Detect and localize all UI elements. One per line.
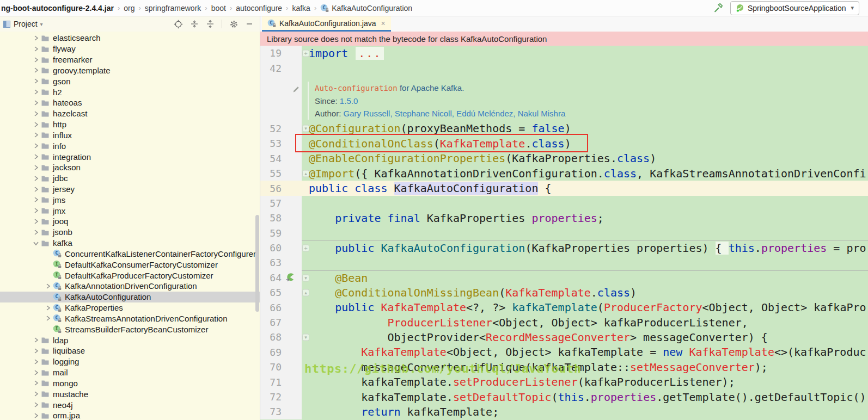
tree-chevron-right-icon[interactable] bbox=[32, 164, 40, 171]
editor-gutter[interactable]: 59 bbox=[260, 226, 302, 240]
settings-gear-icon[interactable] bbox=[229, 20, 239, 29]
code-line-content[interactable]: return kafkaTemplate; bbox=[302, 404, 868, 419]
tree-chevron-right-icon[interactable] bbox=[32, 88, 40, 96]
code-line-57[interactable]: 57 bbox=[260, 196, 868, 211]
fold-marker-icon[interactable]: ▴ bbox=[302, 289, 309, 296]
editor-gutter[interactable]: 71 bbox=[260, 374, 302, 389]
locate-file-icon[interactable] bbox=[174, 20, 183, 29]
close-tab-icon[interactable]: × bbox=[381, 19, 385, 28]
code-line-content[interactable]: public class KafkaAutoConfiguration { bbox=[302, 181, 868, 195]
code-line-content[interactable]: @EnableConfigurationProperties(KafkaProp… bbox=[302, 151, 868, 166]
code-line-67[interactable]: 67 ProducerListener<Object, Object> kafk… bbox=[260, 315, 868, 330]
code-line-54[interactable]: 54@EnableConfigurationProperties(KafkaPr… bbox=[260, 151, 868, 166]
tree-item-orm.jpa[interactable]: orm.jpa bbox=[0, 410, 260, 420]
tree-item-jackson[interactable]: jackson bbox=[0, 162, 260, 173]
tree-item-concurrentkafkalistenercontainerfactoryconfigurer[interactable]: C ConcurrentKafkaListenerContainerFactor… bbox=[0, 249, 260, 260]
code-line-59[interactable]: 59 bbox=[260, 226, 868, 240]
tree-item-kafkaannotationdrivenconfiguration[interactable]: C KafkaAnnotationDrivenConfiguration bbox=[0, 281, 260, 292]
tree-chevron-right-icon[interactable] bbox=[32, 131, 40, 139]
code-line-content[interactable] bbox=[302, 196, 868, 211]
tree-chevron-right-icon[interactable] bbox=[32, 228, 40, 236]
code-line-content[interactable]: +import ... bbox=[302, 46, 868, 60]
tree-chevron-right-icon[interactable] bbox=[32, 218, 40, 225]
spring-bean-gutter-icon[interactable] bbox=[285, 273, 295, 282]
tree-chevron-right-icon[interactable] bbox=[32, 390, 40, 398]
editor-gutter[interactable] bbox=[260, 76, 302, 121]
code-line-content[interactable]: ▾@Configuration(proxyBeanMethods = false… bbox=[302, 121, 868, 136]
tree-item-logging[interactable]: logging bbox=[0, 356, 260, 367]
fold-marker-icon[interactable]: + bbox=[302, 245, 309, 252]
tree-item-jooq[interactable]: jooq bbox=[0, 216, 260, 227]
tree-chevron-right-icon[interactable] bbox=[32, 207, 40, 214]
tree-item-jmx[interactable]: jmx bbox=[0, 205, 260, 216]
code-line-60[interactable]: 60+ public KafkaAutoConfiguration(KafkaP… bbox=[260, 240, 868, 255]
tree-scrollbar[interactable] bbox=[255, 215, 259, 312]
tree-chevron-right-icon[interactable] bbox=[32, 34, 40, 42]
tree-item-kafkaproperties[interactable]: C KafkaProperties bbox=[0, 302, 260, 313]
code-line-content[interactable]: ▾ ObjectProvider<RecordMessageConverter>… bbox=[302, 330, 868, 344]
run-configuration-select[interactable]: SpringbootSourceApplication ▾ bbox=[730, 1, 859, 15]
code-line-52[interactable]: 52▾@Configuration(proxyBeanMethods = fal… bbox=[260, 121, 868, 136]
tree-item-ldap[interactable]: ldap bbox=[0, 335, 260, 345]
editor-tab-active[interactable]: C KafkaAutoConfiguration.java × bbox=[262, 16, 391, 32]
tree-item-jsonb[interactable]: jsonb bbox=[0, 227, 260, 238]
tree-chevron-down-icon[interactable] bbox=[32, 239, 40, 247]
code-line-content[interactable]: kafkaTemplate.setDefaultTopic(this.prope… bbox=[302, 390, 868, 404]
editor-gutter[interactable]: 56 bbox=[260, 181, 302, 195]
code-line-71[interactable]: 71 kafkaTemplate.setProducerListener(kaf… bbox=[260, 374, 868, 389]
tree-chevron-right-icon[interactable] bbox=[32, 196, 40, 203]
code-line-content[interactable]: ▴ @ConditionalOnMissingBean(KafkaTemplat… bbox=[302, 285, 868, 300]
breadcrumb-item[interactable]: boot bbox=[211, 4, 226, 13]
tree-item-gson[interactable]: gson bbox=[0, 76, 260, 87]
editor-gutter[interactable]: 54 bbox=[260, 151, 302, 166]
breadcrumb-item[interactable]: autoconfigure bbox=[236, 4, 282, 13]
code-line-63[interactable]: 63 bbox=[260, 255, 868, 270]
tree-item-http[interactable]: http bbox=[0, 119, 260, 130]
tree-chevron-right-icon[interactable] bbox=[32, 347, 40, 355]
breadcrumb-item[interactable]: org bbox=[124, 4, 135, 13]
tree-chevron-right-icon[interactable] bbox=[32, 66, 40, 74]
tree-item-integration[interactable]: integration bbox=[0, 151, 260, 162]
tree-item-mail[interactable]: mail bbox=[0, 367, 260, 378]
editor-gutter[interactable]: 42 bbox=[260, 60, 302, 75]
code-line-content[interactable]: kafkaTemplate.setProducerListener(kafkaP… bbox=[302, 374, 868, 389]
tree-chevron-right-icon[interactable] bbox=[32, 175, 40, 182]
chevron-down-icon[interactable]: ▾ bbox=[40, 21, 43, 27]
tree-item-streamsbuilderfactorybeancustomizer[interactable]: I StreamsBuilderFactoryBeanCustomizer bbox=[0, 324, 260, 335]
edit-javadoc-pencil-icon[interactable] bbox=[292, 85, 300, 94]
tree-chevron-right-icon[interactable] bbox=[44, 282, 52, 290]
fold-marker-icon[interactable]: ▾ bbox=[302, 274, 309, 281]
tree-item-defaultkafkaproducerfactorycustomizer[interactable]: I DefaultKafkaProducerFactoryCustomizer bbox=[0, 270, 260, 281]
tree-chevron-right-icon[interactable] bbox=[32, 186, 40, 193]
tree-item-kafkastreamsannotationdrivenconfiguration[interactable]: C KafkaStreamsAnnotationDrivenConfigurat… bbox=[0, 313, 260, 324]
fold-marker-icon[interactable]: ▴ bbox=[302, 170, 309, 177]
breadcrumb-item[interactable]: KafkaAutoConfiguration bbox=[332, 4, 412, 13]
code-line-64[interactable]: 64 ▾ @Bean bbox=[260, 270, 868, 285]
code-line-content[interactable] bbox=[302, 60, 868, 75]
tree-chevron-right-icon[interactable] bbox=[32, 142, 40, 150]
editor-gutter[interactable]: 52 bbox=[260, 121, 302, 136]
tree-item-elasticsearch[interactable]: elasticsearch bbox=[0, 33, 260, 44]
code-line-53[interactable]: 53@ConditionalOnClass(KafkaTemplate.clas… bbox=[260, 136, 868, 151]
breadcrumb-item[interactable]: kafka bbox=[292, 4, 310, 13]
fold-marker-icon[interactable]: ▾ bbox=[302, 125, 309, 132]
code-line-content[interactable]: ▴@Import({ KafkaAnnotationDrivenConfigur… bbox=[302, 166, 868, 181]
code-line-content[interactable]: KafkaTemplate<Object, Object> kafkaTempl… bbox=[302, 345, 868, 360]
tree-item-neo4j[interactable]: neo4j bbox=[0, 399, 260, 410]
code-line-content[interactable]: + public KafkaAutoConfiguration(KafkaPro… bbox=[302, 240, 868, 255]
code-line-65[interactable]: 65▴ @ConditionalOnMissingBean(KafkaTempl… bbox=[260, 285, 868, 300]
tree-item-defaultkafkaconsumerfactorycustomizer[interactable]: I DefaultKafkaConsumerFactoryCustomizer bbox=[0, 259, 260, 270]
tree-item-jersey[interactable]: jersey bbox=[0, 184, 260, 195]
tree-chevron-right-icon[interactable] bbox=[32, 45, 40, 53]
hide-panel-icon[interactable] bbox=[246, 20, 253, 28]
tree-item-liquibase[interactable]: liquibase bbox=[0, 345, 260, 356]
editor-gutter[interactable]: 70 bbox=[260, 360, 302, 374]
tree-chevron-right-icon[interactable] bbox=[32, 121, 40, 128]
code-line-content[interactable]: @ConditionalOnClass(KafkaTemplate.class) bbox=[302, 136, 868, 151]
code-line-66[interactable]: 66 public KafkaTemplate<?, ?> kafkaTempl… bbox=[260, 300, 868, 314]
editor-gutter[interactable]: 66 bbox=[260, 300, 302, 314]
tree-item-h2[interactable]: h2 bbox=[0, 87, 260, 97]
code-line-73[interactable]: 73 return kafkaTemplate; bbox=[260, 404, 868, 419]
editor-gutter[interactable]: 67 bbox=[260, 315, 302, 330]
tree-chevron-right-icon[interactable] bbox=[32, 56, 40, 64]
